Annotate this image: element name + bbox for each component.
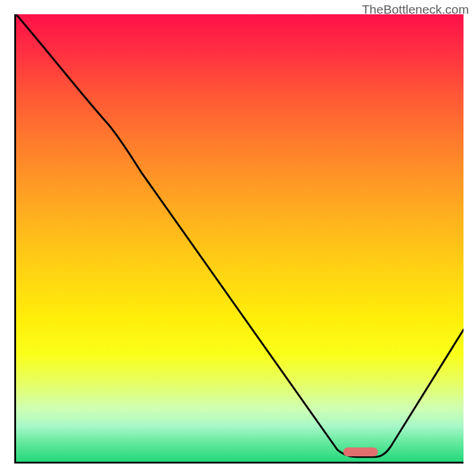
optimal-range-marker	[343, 447, 378, 456]
bottleneck-curve	[16, 14, 464, 462]
chart-plot-area	[14, 14, 464, 464]
watermark-text: TheBottleneck.com	[362, 2, 469, 17]
